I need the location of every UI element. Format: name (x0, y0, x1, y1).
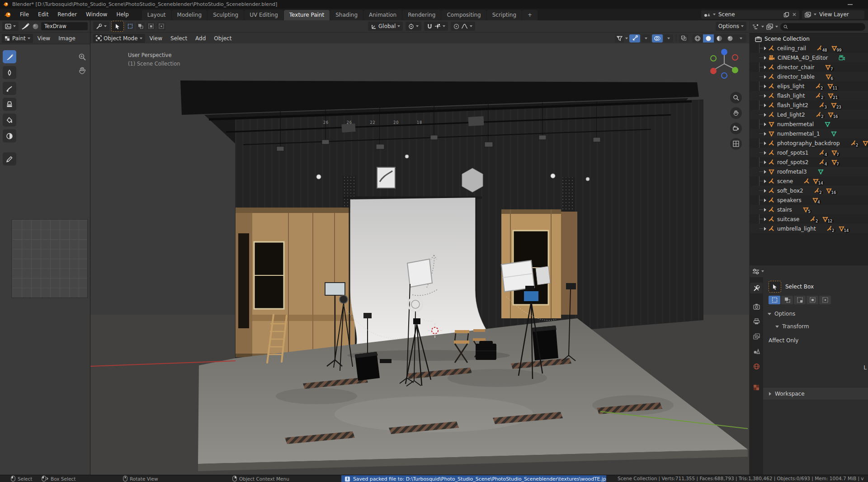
select-mode-new-button[interactable] (126, 22, 134, 30)
outliner-item-numbermetal[interactable]: numbermetal (750, 119, 868, 129)
paint-tool-clone[interactable] (3, 98, 16, 111)
overlays-toggle[interactable] (652, 34, 663, 43)
xray-toggle[interactable] (679, 34, 688, 43)
outliner-item-roof_spots2[interactable]: roof_spots2 47 (750, 157, 868, 167)
active-tool-dropdown[interactable] (93, 22, 109, 31)
proportional-edit-cluster[interactable] (451, 22, 475, 31)
display-mode-icon[interactable] (766, 24, 773, 30)
workspace-tab-modeling[interactable]: Modeling (172, 10, 208, 20)
view-layer-selector[interactable]: View Layer (802, 10, 864, 19)
mode-extend-button[interactable] (781, 296, 793, 304)
menu-edit[interactable]: Edit (34, 10, 52, 19)
snap-cluster[interactable] (424, 22, 448, 31)
workspace-tab-texture-paint[interactable]: Texture Paint (284, 10, 330, 20)
workspace-tab--[interactable]: + (522, 10, 538, 20)
workspace-tab-compositing[interactable]: Compositing (441, 10, 486, 20)
gizmos-toggle[interactable] (629, 34, 640, 43)
paint-tool-annotate[interactable] (3, 152, 16, 165)
outliner-item-photography_backdrop[interactable]: photography_backdrop 218 (750, 138, 868, 148)
outliner-editor-icon[interactable] (752, 24, 759, 30)
outliner-item-speakers[interactable]: speakers 4 (750, 195, 868, 205)
expand-arrow-icon[interactable] (764, 170, 766, 174)
navigation-gizmo[interactable] (707, 47, 741, 81)
outliner-search-input[interactable] (790, 24, 862, 30)
properties-editor-icon[interactable] (752, 269, 760, 274)
select-box-tool-button[interactable] (111, 21, 124, 32)
viewport-scene-render[interactable] (90, 43, 749, 475)
outliner-item-elips_light[interactable]: elips_light 211 (750, 81, 868, 91)
tab-texture[interactable] (750, 382, 763, 393)
expand-arrow-icon[interactable] (764, 227, 766, 231)
tab-scene[interactable] (750, 346, 763, 357)
expand-arrow-icon[interactable] (764, 142, 766, 145)
shading-wireframe-button[interactable] (692, 34, 703, 43)
outliner-item-led_light2[interactable]: Led_light2 216 (750, 110, 868, 119)
workspace-tab-rendering[interactable]: Rendering (402, 10, 441, 20)
pan-hand-icon[interactable] (730, 107, 742, 119)
select-mode-intersect-button[interactable] (157, 22, 165, 30)
menu-render[interactable]: Render (53, 10, 81, 19)
outliner-item-ceiling_rail[interactable]: ceiling_rail 4899 (750, 43, 868, 53)
mode-set-button[interactable] (769, 296, 780, 304)
mode-invert-button[interactable] (807, 296, 818, 304)
workspace-tab-scripting[interactable]: Scripting (487, 10, 522, 20)
viewport-3d[interactable]: Global Options (90, 20, 749, 475)
camera-view-icon[interactable] (730, 123, 742, 134)
outliner-item-flash_light[interactable]: flash_light 221 (750, 91, 868, 100)
workspace-panel-header[interactable]: Workspace (763, 387, 868, 400)
scene-selector[interactable]: Scene (701, 10, 799, 19)
menu-window[interactable]: Window (82, 10, 111, 19)
outliner-item-numbermetal_1[interactable]: numbermetal_1 (750, 129, 868, 138)
outliner-item-soft_box2[interactable]: soft_box2 216 (750, 186, 868, 195)
paint-tool-draw[interactable] (3, 50, 16, 63)
tab-view-layer[interactable] (750, 331, 763, 342)
outliner-item-director_chair[interactable]: director_chair 7 (750, 62, 868, 72)
outliner-item-suitcase[interactable]: suitcase 212 (750, 214, 868, 224)
expand-arrow-icon[interactable] (764, 180, 766, 183)
info-banner[interactable]: i Saved packed file to: D:\Turbosquid\Ph… (341, 475, 606, 482)
mode-dropdown[interactable]: Object Mode (93, 34, 145, 43)
workspace-tab-shading[interactable]: Shading (330, 10, 363, 20)
expand-arrow-icon[interactable] (764, 161, 766, 164)
shading-solid-button[interactable] (703, 34, 714, 43)
orientation-dropdown[interactable]: Global (368, 22, 403, 31)
expand-arrow-icon[interactable] (764, 47, 766, 50)
tool-options-dropdown[interactable]: Options (716, 22, 746, 31)
outliner-search[interactable] (780, 23, 865, 31)
shading-rendered-button[interactable] (725, 34, 736, 43)
ortho-grid-icon[interactable] (730, 138, 742, 150)
transform-panel-header[interactable]: Transform (763, 317, 868, 330)
blender-menu-icon[interactable] (4, 11, 11, 19)
select-mode-extend-button[interactable] (136, 22, 145, 30)
menu-help[interactable]: Help (112, 10, 132, 19)
workspace-tab-animation[interactable]: Animation (363, 10, 402, 20)
workspace-tab-layout[interactable]: Layout (142, 10, 171, 20)
gizmos-dropdown[interactable] (642, 34, 651, 43)
mode-intersect-button[interactable] (819, 296, 831, 304)
options-panel-header[interactable]: Options (763, 304, 868, 317)
workspace-tab-uv-editing[interactable]: UV Editing (244, 10, 283, 20)
menu-view[interactable]: View (146, 34, 166, 43)
expand-arrow-icon[interactable] (764, 104, 766, 107)
outliner-root-collection[interactable]: Scene Collection (750, 33, 868, 43)
tab-tool[interactable] (750, 283, 763, 293)
outliner-item-roofmetal3[interactable]: roofmetal3 (750, 167, 868, 176)
overlays-dropdown[interactable] (664, 34, 673, 43)
texture-slot-field[interactable]: TexDraw (41, 22, 88, 30)
menu-image[interactable]: Image (55, 34, 79, 43)
select-mode-subtract-button[interactable] (146, 22, 155, 30)
menu-add[interactable]: Add (192, 34, 209, 43)
outliner-item-director_table[interactable]: director_table 6 (750, 72, 868, 81)
outliner-item-flash_light2[interactable]: flash_light2 323 (750, 100, 868, 110)
paint-tool-soften[interactable] (3, 66, 16, 79)
menu-file[interactable]: File (16, 10, 33, 19)
expand-arrow-icon[interactable] (764, 151, 766, 155)
outliner-item-cinema_4d_editor[interactable]: CINEMA_4D_Editor (750, 53, 868, 62)
expand-arrow-icon[interactable] (764, 198, 766, 202)
expand-arrow-icon[interactable] (764, 66, 766, 69)
expand-arrow-icon[interactable] (764, 113, 766, 117)
texture-preview-grid[interactable] (12, 219, 88, 298)
workspace-tab-sculpting[interactable]: Sculpting (208, 10, 244, 20)
expand-arrow-icon[interactable] (764, 132, 766, 136)
texture-mask-sphere-icon[interactable] (32, 23, 39, 30)
